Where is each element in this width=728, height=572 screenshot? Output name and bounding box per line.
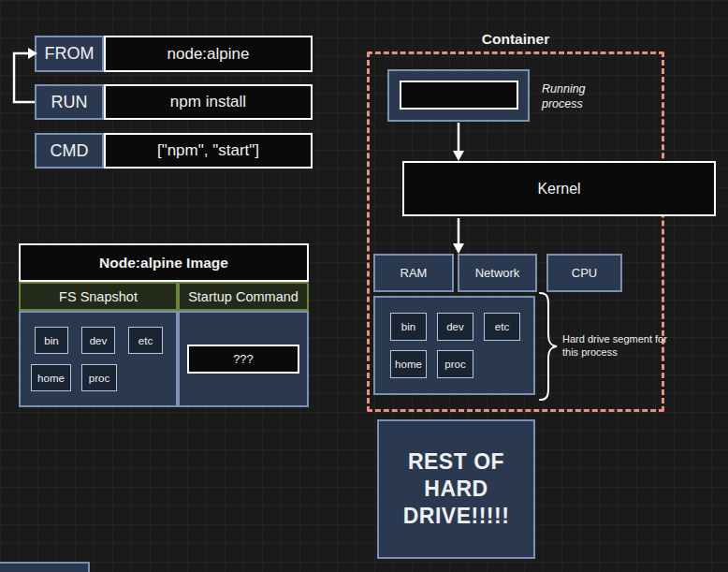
resource-cpu-box: CPU: [546, 254, 622, 292]
brace-glyph: [537, 291, 560, 402]
resource-ram-box: RAM: [373, 254, 454, 292]
resource-network-box: Network: [458, 254, 537, 292]
image-fs-item-proc: proc: [81, 364, 117, 391]
startup-command-value-box: ???: [187, 345, 299, 374]
image-fs-item-dev: dev: [81, 327, 115, 354]
dockerfile-from-value: node:alpine: [104, 36, 313, 72]
container-fs-item-etc: etc: [484, 313, 520, 341]
image-table-fs-cell: [19, 311, 178, 407]
kernel-box: Kernel: [402, 161, 716, 216]
image-table-title: Node:alpine Image: [19, 243, 309, 282]
running-process-label: Running process: [542, 82, 607, 111]
hard-drive-segment-box: [373, 296, 535, 395]
container-fs-item-bin: bin: [390, 313, 427, 341]
image-table-col-startup-command: Startup Command: [178, 282, 309, 311]
loop-arrow: [6, 45, 43, 112]
diagram-canvas: FROM node:alpine RUN npm install CMD ["n…: [0, 0, 728, 572]
container-fs-item-home: home: [390, 350, 427, 378]
dockerfile-run-keyword: RUN: [35, 84, 104, 120]
running-process-inner-box: [400, 81, 518, 110]
partial-shape: [0, 562, 90, 572]
dockerfile-cmd-keyword: CMD: [35, 133, 104, 169]
container-fs-item-dev: dev: [437, 313, 473, 341]
image-table-col-fs-snapshot: FS Snapshot: [19, 282, 178, 311]
container-fs-item-proc: proc: [437, 350, 473, 378]
image-fs-item-etc: etc: [128, 327, 163, 354]
rest-of-hard-drive-box: REST OF HARD DRIVE!!!!!: [377, 419, 535, 559]
dockerfile-from-keyword: FROM: [35, 36, 104, 72]
container-title: Container: [367, 30, 664, 49]
image-fs-item-home: home: [31, 364, 71, 391]
dockerfile-cmd-value: ["npm", "start"]: [104, 133, 313, 169]
brace-label: Hard drive segment for this process: [562, 333, 667, 359]
kernel-to-resources-arrow: [449, 218, 468, 254]
image-fs-item-bin: bin: [35, 327, 68, 354]
dockerfile-run-value: npm install: [104, 84, 313, 120]
process-to-kernel-arrow: [449, 122, 468, 161]
